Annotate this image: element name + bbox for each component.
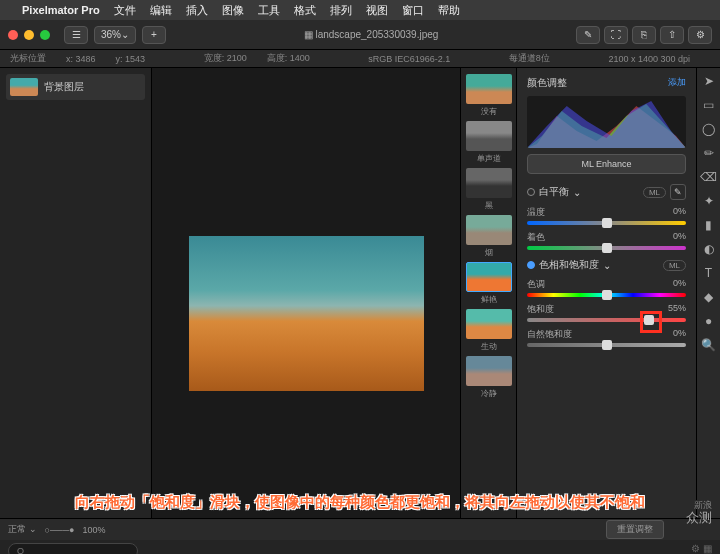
- reset-adjustments-button[interactable]: 重置调整: [606, 520, 664, 539]
- sidebar-toggle-button[interactable]: ☰: [64, 26, 88, 44]
- image-preview: [189, 236, 424, 391]
- menu-image[interactable]: 图像: [222, 3, 244, 18]
- brush-tool-icon[interactable]: ✏: [704, 146, 714, 160]
- adjustments-button[interactable]: ⚙: [688, 26, 712, 44]
- text-tool-icon[interactable]: T: [705, 266, 712, 280]
- infobar: 光标位置 x: 3486 y: 1543 宽度: 2100 高度: 1400 s…: [0, 50, 720, 68]
- wb-ml-button[interactable]: ML: [643, 187, 666, 198]
- arrow-tool-icon[interactable]: ➤: [704, 74, 714, 88]
- info-colorspace: sRGB IEC61966-2.1: [368, 54, 450, 64]
- zoom-dropdown[interactable]: 36% ⌄: [94, 26, 136, 44]
- menu-window[interactable]: 窗口: [402, 3, 424, 18]
- layer-background[interactable]: 背景图层: [6, 74, 145, 100]
- lasso-tool-icon[interactable]: ◯: [702, 122, 715, 136]
- crop-button[interactable]: ⛶: [604, 26, 628, 44]
- fill-tool-icon[interactable]: ▮: [705, 218, 712, 232]
- clone-tool-icon[interactable]: ✦: [704, 194, 714, 208]
- canvas[interactable]: [152, 68, 460, 518]
- layer-thumbnail: [10, 78, 38, 96]
- cursor-x: x: 3486: [66, 54, 96, 64]
- menu-tools[interactable]: 工具: [258, 3, 280, 18]
- tool-tray: ➤ ▭ ◯ ✏ ⌫ ✦ ▮ ◐ T ◆ ● 🔍: [696, 68, 720, 518]
- search-input[interactable]: [8, 543, 138, 554]
- blend-mode-dropdown[interactable]: 正常 ⌄: [8, 523, 37, 536]
- menu-edit[interactable]: 编辑: [150, 3, 172, 18]
- gradient-tool-icon[interactable]: ◐: [704, 242, 714, 256]
- color-tool-icon[interactable]: ●: [705, 314, 712, 328]
- marquee-tool-icon[interactable]: ▭: [703, 98, 714, 112]
- menubar: Pixelmator Pro 文件 编辑 插入 图像 工具 格式 排列 视图 窗…: [0, 0, 720, 20]
- window-controls: [8, 30, 50, 40]
- ml-enhance-button[interactable]: ML Enhance: [527, 154, 686, 174]
- preset-vivid[interactable]: 鲜艳: [465, 262, 512, 305]
- temperature-slider[interactable]: [527, 221, 686, 225]
- eyedropper-button[interactable]: ✎: [670, 184, 686, 200]
- eraser-tool-icon[interactable]: ⌫: [700, 170, 717, 184]
- menu-file[interactable]: 文件: [114, 3, 136, 18]
- minimize-button[interactable]: [24, 30, 34, 40]
- options-icon[interactable]: ⚙ ▦: [691, 543, 712, 554]
- toolbar: ☰ 36% ⌄ + ▦ landscape_205330039.jpeg ✎ ⛶…: [0, 20, 720, 50]
- preset-mono[interactable]: 单声道: [465, 121, 512, 164]
- add-adjustment-link[interactable]: 添加: [668, 76, 686, 90]
- preset-smoke[interactable]: 烟: [465, 215, 512, 258]
- menu-format[interactable]: 格式: [294, 3, 316, 18]
- zoom-tool-icon[interactable]: 🔍: [701, 338, 716, 352]
- shape-tool-icon[interactable]: ◆: [704, 290, 713, 304]
- close-button[interactable]: [8, 30, 18, 40]
- preset-live[interactable]: 生动: [465, 309, 512, 352]
- hsl-section: 色相和饱和度 ⌄ ML 色调0% 饱和度55% 自然饱和度0%: [527, 258, 686, 347]
- hsl-toggle[interactable]: [527, 261, 535, 269]
- menu-view[interactable]: 视图: [366, 3, 388, 18]
- document-title: ▦ landscape_205330039.jpeg: [172, 29, 570, 40]
- white-balance-section: 白平衡 ⌄ ML ✎ 温度0% 着色0%: [527, 184, 686, 250]
- tint-slider[interactable]: [527, 246, 686, 250]
- share-button[interactable]: ⇧: [660, 26, 684, 44]
- cursor-label: 光标位置: [10, 52, 46, 65]
- watermark: 新浪 众测: [686, 500, 712, 526]
- add-button[interactable]: +: [142, 26, 166, 44]
- cursor-y: y: 1543: [116, 54, 146, 64]
- layers-panel: 背景图层: [0, 68, 152, 518]
- opacity-slider[interactable]: ○───●: [45, 525, 75, 535]
- menu-insert[interactable]: 插入: [186, 3, 208, 18]
- hsl-ml-button[interactable]: ML: [663, 260, 686, 271]
- copy-button[interactable]: ⎘: [632, 26, 656, 44]
- inspector-title: 颜色调整: [527, 76, 567, 90]
- wb-toggle[interactable]: [527, 188, 535, 196]
- menu-arrange[interactable]: 排列: [330, 3, 352, 18]
- searchbar: ⚙ ▦: [0, 540, 720, 554]
- hue-slider[interactable]: [527, 293, 686, 297]
- hsl-title: 色相和饱和度: [539, 258, 599, 272]
- info-width: 宽度: 2100: [204, 52, 247, 65]
- wb-title: 白平衡: [539, 185, 569, 199]
- wand-button[interactable]: ✎: [576, 26, 600, 44]
- layer-label: 背景图层: [44, 80, 84, 94]
- info-channels: 每通道8位: [509, 52, 550, 65]
- inspector-panel: 颜色调整 添加 ML Enhance 白平衡 ⌄ ML ✎ 温度0%: [516, 68, 696, 518]
- presets-panel: 没有 单声道 黑 烟 鲜艳 生动 冷静: [460, 68, 516, 518]
- histogram: [527, 96, 686, 148]
- preset-black[interactable]: 黑: [465, 168, 512, 211]
- info-height: 高度: 1400: [267, 52, 310, 65]
- info-dims: 2100 x 1400 300 dpi: [608, 54, 690, 64]
- maximize-button[interactable]: [40, 30, 50, 40]
- bottombar: 正常 ⌄ ○───● 100% 重置调整: [0, 518, 720, 540]
- menu-help[interactable]: 帮助: [438, 3, 460, 18]
- preset-none[interactable]: 没有: [465, 74, 512, 117]
- app-name: Pixelmator Pro: [22, 4, 100, 16]
- opacity-value: 100%: [83, 525, 106, 535]
- vibrance-slider[interactable]: [527, 343, 686, 347]
- preset-quiet[interactable]: 冷静: [465, 356, 512, 399]
- saturation-slider[interactable]: [527, 318, 686, 322]
